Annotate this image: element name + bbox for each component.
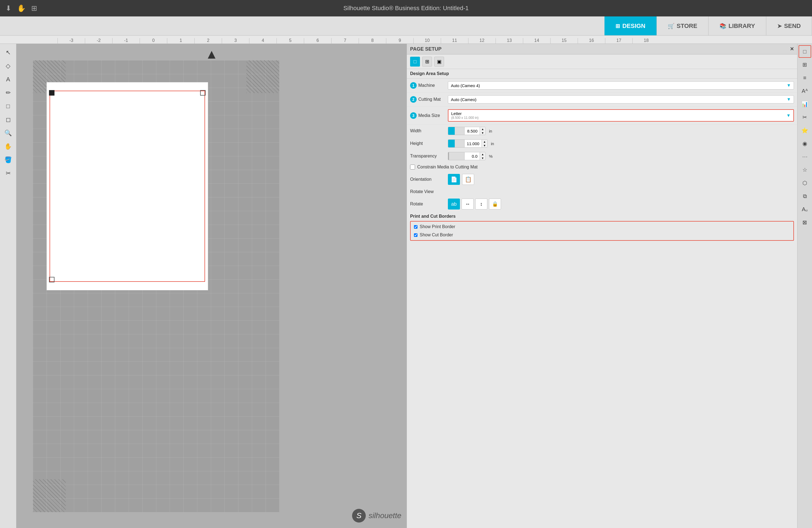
text-tool[interactable]: A — [2, 73, 14, 85]
tab-store-label: STORE — [677, 23, 697, 30]
show-cut-border-checkbox[interactable] — [414, 233, 418, 237]
print-cut-borders-label: Print and Cut Borders — [407, 212, 797, 220]
media-size-sub: (8.500 x 11.000 in) — [451, 116, 479, 120]
tab-library[interactable]: 📚 LIBRARY — [709, 16, 766, 35]
transparency-input[interactable]: 0.0 ▲ ▼ — [448, 152, 486, 160]
tab-grid[interactable]: ⊞ — [422, 57, 432, 67]
gradient-icon[interactable]: ◉ — [799, 137, 811, 150]
page-setup-icon[interactable]: □ — [799, 45, 811, 58]
crosshatch-top-right — [246, 60, 279, 93]
transparency-label: Transparency — [410, 154, 446, 159]
draw-tool[interactable]: ✏ — [2, 87, 14, 99]
rotate-row: Rotate ab ↔ ↕ 🔒 — [407, 196, 797, 212]
media-size-label-text: Media Size — [418, 113, 440, 118]
width-slider[interactable] — [448, 127, 465, 135]
machine-dropdown-arrow: ▼ — [786, 83, 791, 88]
rotate-btn-ab[interactable]: ab — [448, 199, 460, 210]
fill-icon[interactable]: 📊 — [799, 98, 811, 110]
right-icon-bar: □ ⊞ ≡ Aᴬ 📊 ✂ ⭐ ◉ ⋯ ☆ ⬡ ⧉ Aᵤ ⊠ — [797, 44, 812, 528]
ruler-mark: 5 — [276, 38, 304, 44]
cutting-mat-number: 2 — [410, 96, 417, 103]
cut-style-icon[interactable]: ✂ — [799, 111, 811, 124]
download-icon[interactable]: ⬇ — [5, 4, 12, 13]
media-size-value: Letter — [451, 111, 479, 116]
color-icon[interactable]: ⭐ — [799, 124, 811, 137]
width-spinners[interactable]: ▲ ▼ — [480, 127, 485, 135]
media-size-dropdown[interactable]: Letter (8.500 x 11.000 in) ▼ — [448, 109, 794, 122]
show-print-border-row: Show Print Border — [413, 223, 791, 231]
rotate-btn-flip-h[interactable]: ↔ — [462, 199, 474, 210]
tab-page[interactable]: □ — [410, 57, 420, 67]
constrain-media-row: Constrain Media to Cutting Mat — [407, 162, 797, 172]
select-tool[interactable]: ↖ — [2, 46, 14, 59]
tab-send[interactable]: ➤ SEND — [766, 16, 812, 35]
height-up[interactable]: ▲ — [482, 140, 487, 143]
crosshatch-icon[interactable]: ⊠ — [799, 216, 811, 229]
ruler-mark: 13 — [495, 38, 523, 44]
width-down[interactable]: ▼ — [480, 131, 485, 135]
rotate-btn-flip-v[interactable]: ↕ — [475, 199, 487, 210]
ruler-mark: 17 — [605, 38, 633, 44]
effects-icon[interactable]: ⬡ — [799, 177, 811, 189]
panel-title-bar: PAGE SETUP ✕ — [407, 44, 797, 55]
height-unit: in — [491, 141, 494, 146]
ruler-mark: 14 — [523, 38, 550, 44]
rotate-btn-lock[interactable]: 🔒 — [489, 199, 501, 210]
node-tool[interactable]: ◇ — [2, 60, 14, 72]
warp-icon[interactable]: Aᵤ — [799, 203, 811, 215]
machine-label-text: Machine — [418, 83, 435, 88]
hand-icon[interactable]: ✋ — [17, 4, 26, 13]
height-spinners[interactable]: ▲ ▼ — [481, 140, 487, 147]
constrain-media-checkbox[interactable] — [410, 165, 415, 170]
show-print-border-checkbox[interactable] — [414, 225, 418, 229]
silhouette-logo: S silhouette — [352, 509, 401, 523]
height-down[interactable]: ▼ — [482, 143, 487, 147]
landscape-button[interactable]: 📋 — [462, 174, 474, 185]
width-input[interactable]: 8.500 ▲ ▼ — [448, 127, 486, 135]
machine-number: 1 — [410, 82, 417, 89]
pan-tool[interactable]: ✋ — [2, 141, 14, 153]
shape-tool[interactable]: □ — [2, 100, 14, 112]
transparency-slider[interactable] — [448, 152, 465, 160]
fill-tool[interactable]: 🪣 — [2, 154, 14, 166]
eraser-tool[interactable]: ◻ — [2, 114, 14, 126]
show-cut-border-label: Show Cut Border — [420, 232, 453, 238]
align-icon[interactable]: ≡ — [799, 71, 811, 84]
tab-design[interactable]: ⊞ DESIGN — [605, 16, 656, 35]
height-slider[interactable] — [448, 140, 465, 147]
cut-tool[interactable]: ✂ — [2, 167, 14, 180]
canvas-area[interactable]: ▲ S silhoue — [16, 44, 407, 528]
transparency-spinners[interactable]: ▲ ▼ — [480, 152, 485, 160]
ruler-mark: 0 — [140, 38, 167, 44]
texture-icon[interactable]: ⧉ — [799, 190, 811, 202]
star-icon[interactable]: ☆ — [799, 163, 811, 176]
height-input[interactable]: 11.000 ▲ ▼ — [448, 139, 488, 147]
transform-icon[interactable]: ⊞ — [799, 58, 811, 71]
transparency-up[interactable]: ▲ — [480, 152, 485, 156]
cutting-mat — [33, 60, 279, 512]
close-icon[interactable]: ✕ — [790, 46, 794, 52]
transparency-down[interactable]: ▼ — [480, 156, 485, 160]
zoom-tool[interactable]: 🔍 — [2, 127, 14, 139]
store-icon: 🛒 — [668, 23, 675, 29]
rotate-view-row: Rotate View — [407, 187, 797, 196]
pattern-icon[interactable]: ⋯ — [799, 151, 811, 163]
add-page-icon[interactable]: ⊞ — [31, 4, 37, 13]
tab-background[interactable]: ▣ — [434, 57, 444, 67]
ruler-mark: -3 — [58, 38, 85, 44]
tab-store[interactable]: 🛒 STORE — [657, 16, 709, 35]
corner-marker-bottom-left — [49, 277, 55, 282]
width-up[interactable]: ▲ — [480, 127, 485, 131]
ruler-mark: 7 — [331, 38, 359, 44]
cutting-mat-dropdown[interactable]: Auto (Cameo) ▼ — [448, 95, 794, 103]
cutting-mat-row: 2 Cutting Mat Auto (Cameo) ▼ — [407, 92, 797, 106]
ruler-mark: 12 — [468, 38, 495, 44]
cutting-mat-dropdown-arrow: ▼ — [786, 97, 791, 102]
media-size-row: 3 Media Size Letter (8.500 x 11.000 in) … — [407, 106, 797, 125]
ruler-mark: -2 — [85, 38, 112, 44]
replicate-icon[interactable]: Aᴬ — [799, 85, 811, 97]
mat-container — [33, 60, 279, 512]
portrait-button[interactable]: 📄 — [448, 174, 460, 185]
machine-dropdown[interactable]: Auto (Cameo 4) ▼ — [448, 81, 794, 89]
transparency-unit: % — [489, 154, 493, 159]
